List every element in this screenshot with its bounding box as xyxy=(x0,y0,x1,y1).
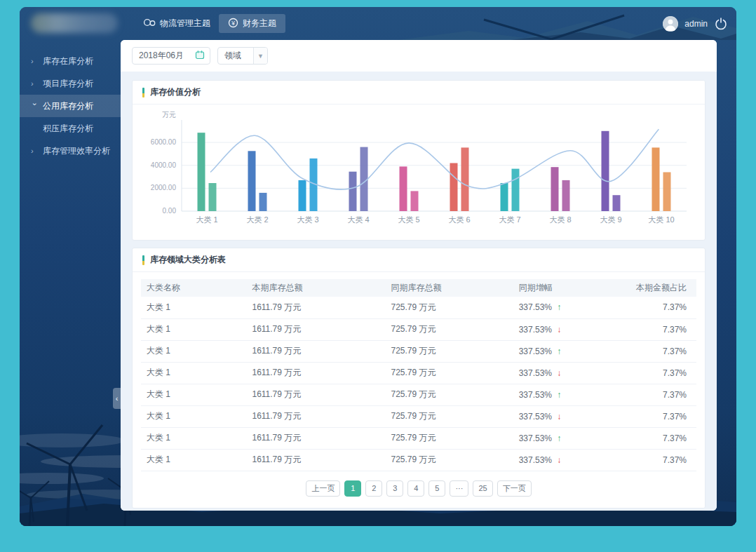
month-picker-value: 2018年06月 xyxy=(139,50,184,62)
sidebar-item-stock-in-warehouse-analysis[interactable]: › 库存在库分析 xyxy=(20,50,121,72)
sidebar-item-label: 库存在库分析 xyxy=(43,55,93,67)
month-picker[interactable]: 2018年06月 xyxy=(132,47,210,65)
chevron-right-icon: › xyxy=(31,80,39,88)
bar-previous[interactable] xyxy=(360,147,368,211)
bar-previous[interactable] xyxy=(209,183,217,211)
cell-growth: 337.53% ↓ xyxy=(513,449,619,471)
panel-header: 库存领域大类分析表 xyxy=(133,248,705,272)
page-button-5[interactable]: 5 xyxy=(428,480,445,497)
content-card: 2018年06月 领域 ▼ 库存价值分析 万元0.002000.004000.0… xyxy=(121,40,717,511)
inventory-value-panel: 库存价值分析 万元0.002000.004000.006000.00大类 1大类… xyxy=(132,80,706,241)
bar-previous[interactable] xyxy=(411,191,419,211)
page-button-25[interactable]: 25 xyxy=(473,480,492,497)
x-tick-label: 大类 5 xyxy=(398,215,419,224)
sidebar-item-label: 积压库存分析 xyxy=(43,123,93,135)
cell-growth: 337.53% ↑ xyxy=(513,384,619,405)
chevron-down-icon: › xyxy=(31,102,39,111)
page-button-1[interactable]: 1 xyxy=(344,480,361,497)
bar-current[interactable] xyxy=(652,147,660,211)
domain-select[interactable]: 领域 ▼ xyxy=(217,47,268,65)
bar-previous[interactable] xyxy=(259,193,267,211)
trend-up-icon: ↑ xyxy=(557,390,561,400)
sidebar-item-label: 项目库存分析 xyxy=(43,78,93,90)
bar-previous[interactable] xyxy=(562,180,570,211)
sidebar-item-backlog-stock-analysis[interactable]: 积压库存分析 xyxy=(20,117,121,140)
table-row: 大类 1 1611.79 万元 725.79 万元 337.53% ↑ 7.37… xyxy=(141,384,696,405)
page-button-4[interactable]: 4 xyxy=(407,480,424,497)
app-logo xyxy=(31,13,118,33)
bar-current[interactable] xyxy=(551,167,559,211)
title-accent-bar xyxy=(142,255,144,265)
chevron-right-icon: › xyxy=(31,58,39,65)
sidebar-item-label: 库存管理效率分析 xyxy=(43,145,110,157)
cell-previous-total: 725.79 万元 xyxy=(385,427,513,449)
cell-growth: 337.53% ↑ xyxy=(513,297,619,318)
cell-share: 7.37% xyxy=(619,297,696,318)
nav-item-logistics-theme[interactable]: 物流管理主题 xyxy=(143,18,210,29)
chevron-right-icon: › xyxy=(31,147,39,155)
cell-category-name: 大类 1 xyxy=(141,384,246,405)
nav-item-finance-theme[interactable]: ¥ 财务主题 xyxy=(219,14,285,33)
bar-current[interactable] xyxy=(501,183,508,211)
trend-up-icon: ↑ xyxy=(557,433,561,443)
x-tick-label: 大类 1 xyxy=(196,215,217,224)
bar-current[interactable] xyxy=(450,163,458,212)
bar-current[interactable] xyxy=(198,133,205,211)
bar-current[interactable] xyxy=(602,131,609,211)
bar-current[interactable] xyxy=(248,151,256,211)
cell-growth: 337.53% ↑ xyxy=(513,340,619,362)
user-avatar[interactable] xyxy=(663,16,678,32)
x-tick-label: 大类 9 xyxy=(600,215,621,224)
y-tick-label: 4000.00 xyxy=(151,161,177,169)
cell-previous-total: 725.79 万元 xyxy=(385,362,513,384)
x-tick-label: 大类 7 xyxy=(499,215,520,224)
panel-header: 库存价值分析 xyxy=(133,81,705,105)
sidebar-item-public-stock-analysis[interactable]: › 公用库存分析 xyxy=(20,95,121,117)
username-label: admin xyxy=(684,19,708,29)
table-panel-title: 库存领域大类分析表 xyxy=(150,254,226,266)
x-tick-label: 大类 10 xyxy=(648,215,674,224)
pagination: 上一页12345···25下一页 xyxy=(133,471,705,508)
trend-up-icon: ↑ xyxy=(557,346,561,356)
page-button-2[interactable]: 2 xyxy=(365,480,382,497)
table-row: 大类 1 1611.79 万元 725.79 万元 337.53% ↓ 7.37… xyxy=(141,405,696,427)
cell-share: 7.37% xyxy=(619,340,696,362)
column-header: 本期金额占比 xyxy=(619,279,696,297)
bar-current[interactable] xyxy=(299,180,306,211)
cell-share: 7.37% xyxy=(619,362,696,384)
cell-previous-total: 725.79 万元 xyxy=(385,384,513,405)
column-header: 同期库存总额 xyxy=(385,279,513,297)
bar-previous[interactable] xyxy=(512,169,520,211)
cell-current-total: 1611.79 万元 xyxy=(246,340,385,362)
ellipsis-button[interactable]: ··· xyxy=(450,480,468,497)
bar-current[interactable] xyxy=(349,172,357,211)
x-tick-label: 大类 2 xyxy=(246,215,268,224)
y-tick-label: 6000.00 xyxy=(151,138,177,146)
finance-icon: ¥ xyxy=(228,18,238,30)
cell-category-name: 大类 1 xyxy=(141,340,246,362)
desktop: { "navbar": { "menu_items": [ { "label":… xyxy=(0,0,756,552)
filter-toolbar: 2018年06月 领域 ▼ xyxy=(121,40,717,72)
bar-previous[interactable] xyxy=(663,173,671,212)
table-row: 大类 1 1611.79 万元 725.79 万元 337.53% ↓ 7.37… xyxy=(141,449,696,471)
calendar-icon xyxy=(195,50,205,62)
sidebar-item-stock-management-efficiency-analysis[interactable]: › 库存管理效率分析 xyxy=(20,140,121,162)
prev-page-button[interactable]: 上一页 xyxy=(306,480,340,497)
page-button-3[interactable]: 3 xyxy=(386,480,403,497)
trend-down-icon: ↓ xyxy=(557,368,561,378)
inventory-value-chart: 万元0.002000.004000.006000.00大类 1大类 2大类 3大… xyxy=(133,105,705,238)
bar-previous[interactable] xyxy=(613,195,621,211)
sidebar-collapse-handle[interactable]: ‹ xyxy=(113,388,121,409)
table-row: 大类 1 1611.79 万元 725.79 万元 337.53% ↓ 7.37… xyxy=(141,362,696,384)
cell-share: 7.37% xyxy=(619,318,696,340)
table-row: 大类 1 1611.79 万元 725.79 万元 337.53% ↑ 7.37… xyxy=(141,340,696,362)
sidebar-item-project-stock-analysis[interactable]: › 项目库存分析 xyxy=(20,72,121,95)
bar-previous[interactable] xyxy=(461,147,469,211)
cell-previous-total: 725.79 万元 xyxy=(385,449,513,471)
x-tick-label: 大类 4 xyxy=(347,215,369,224)
nav-item-label: 物流管理主题 xyxy=(160,18,210,29)
power-icon[interactable] xyxy=(714,17,728,31)
sidebar-menu: › 库存在库分析 › 项目库存分析 › 公用库存分析 积压库存分析 › 库存管理… xyxy=(20,40,121,526)
next-page-button[interactable]: 下一页 xyxy=(497,480,532,497)
bar-current[interactable] xyxy=(400,166,407,211)
